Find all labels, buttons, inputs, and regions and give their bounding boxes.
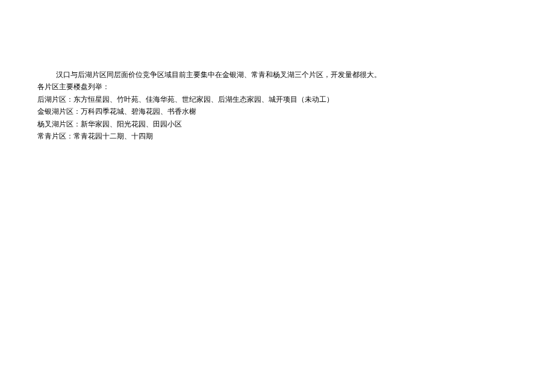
paragraph-yangchahu: 杨叉湖片区：新华家园、阳光花园、田园小区: [37, 118, 517, 130]
paragraphs-jinyinhu: 金银湖片区：万科四季花城、碧海花园、书香水榭: [37, 105, 517, 117]
paragraph-changqing: 常青片区：常青花园十二期、十四期: [37, 130, 517, 142]
document-content: 汉口与后湖片区同层面价位竞争区域目前主要集中在金银湖、常青和杨叉湖三个片区，开发…: [0, 0, 554, 142]
paragraph-houhu: 后湖片区：东方恒星园、竹叶苑、佳海华苑、世纪家园、后湖生态家园、城开项目（未动工…: [37, 93, 517, 105]
paragraph-intro: 汉口与后湖片区同层面价位竞争区域目前主要集中在金银湖、常青和杨叉湖三个片区，开发…: [37, 69, 517, 81]
paragraph-list-header: 各片区主要楼盘列举：: [37, 81, 517, 93]
